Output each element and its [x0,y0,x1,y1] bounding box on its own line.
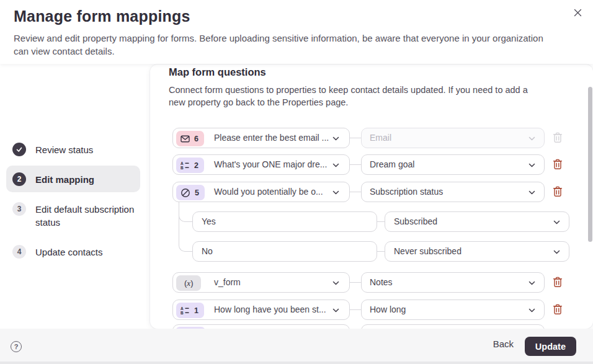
chevron-down-icon [528,308,535,313]
step-number-circle: 4 [12,245,26,259]
delete-row-button[interactable] [552,304,563,316]
step-number-circle: 2 [12,172,26,186]
connector-line [377,251,385,252]
answer-mapping-row-yes: Yes Subscribed [150,211,593,232]
modal-footer: ? Back Update [0,329,593,362]
status-dropdown[interactable]: Never subscribed [385,241,569,262]
update-button[interactable]: Update [525,337,576,356]
property-label: How long [370,304,406,314]
sidebar-step-update-contacts[interactable]: 4 Update contacts [12,245,142,259]
sidebar-step-review-status[interactable]: Review status [12,143,142,156]
question-label: Would you potentially be o... [214,187,323,197]
list-icon: A B [181,306,190,315]
modal-title: Manage form mappings [14,7,190,25]
connector-line [350,192,361,192]
chevron-down-icon [528,281,535,285]
step-number: 2 [17,175,22,184]
step-number-circle: 3 [12,202,26,216]
answer-value-box[interactable]: Yes [192,211,377,232]
close-icon [573,8,582,17]
question-type-badge: (x) [176,275,201,291]
step-complete-circle [12,143,26,156]
help-button[interactable]: ? [11,341,22,352]
list-icon: A B [181,161,190,170]
chevron-down-icon [332,190,339,195]
answer-mapping-row-no: No Never subscribed [150,241,593,262]
svg-text:B: B [181,311,184,315]
mapping-row-partial [150,324,593,329]
answer-label: No [202,246,213,256]
connector-line [350,138,361,138]
chevron-down-icon [553,250,560,254]
step-label: Edit mapping [35,172,142,186]
connector-line [350,309,361,310]
step-number: 3 [17,205,22,213]
status-label: Subscribed [394,216,437,226]
badge-count: 1 [194,306,198,315]
question-dropdown[interactable]: (x) v_form [172,272,350,293]
property-dropdown[interactable]: Dream goal [361,154,545,175]
mapping-row-how-long: A B 1 How long have you been st... How l… [150,300,593,320]
question-label: Please enter the best email ... [214,133,329,143]
panel-description: Connect form questions to properties to … [169,84,545,109]
property-dropdown[interactable]: Notes [361,272,545,293]
question-type-badge: 5 [176,185,205,200]
sidebar-step-edit-default-subscription[interactable]: 3 Edit default subscription status [12,202,142,229]
delete-row-button[interactable] [552,132,563,144]
sidebar-step-edit-mapping[interactable]: 2 Edit mapping [12,172,142,186]
envelope-icon [181,135,190,143]
trash-icon [553,304,563,315]
vertical-scrollbar[interactable] [588,87,592,242]
delete-row-button[interactable] [552,277,563,289]
blocked-icon [181,188,190,198]
delete-row-button[interactable] [552,186,563,198]
question-dropdown[interactable]: A B 1 How long have you been st... [172,300,350,320]
step-number: 4 [17,247,22,256]
modal-description: Review and edit property mapping for for… [14,32,552,58]
connector-line [377,221,385,222]
question-dropdown[interactable]: 5 Would you potentially be o... [172,182,350,202]
property-dropdown[interactable]: Email [361,128,545,148]
mapping-row-subscription-status: 5 Would you potentially be o... Subscrip… [150,182,593,202]
question-dropdown[interactable]: A B 2 What's your ONE major dre... [172,154,350,175]
chevron-down-icon [332,281,339,285]
chevron-down-icon [332,136,339,141]
mapping-row-dream-goal: A B 2 What's your ONE major dre... Dream… [150,154,593,175]
mapping-row-email: 6 Please enter the best email ... Email [150,128,593,148]
step-label: Review status [35,143,142,156]
property-dropdown[interactable] [361,324,545,329]
property-label: Subscription status [370,187,443,197]
status-label: Never subscribed [394,246,461,256]
close-button[interactable] [571,7,584,20]
panel-heading: Map form questions [169,66,266,78]
chevron-down-icon [332,308,339,313]
question-label: v_form [214,277,241,287]
delete-row-button[interactable] [552,159,563,171]
property-label: Email [370,133,391,143]
badge-count: 2 [194,161,198,170]
trash-icon [553,277,563,288]
question-type-badge: 6 [176,131,204,146]
svg-text:B: B [181,166,184,170]
trash-icon [553,132,563,143]
trash-icon [553,186,563,197]
answer-value-box[interactable]: No [192,241,377,262]
chevron-down-icon [332,163,339,167]
property-dropdown[interactable]: Subscription status [361,182,545,202]
mapping-row-v-form: (x) v_form Notes [150,272,593,293]
map-form-questions-panel: Map form questions Connect form question… [150,64,593,329]
question-label: How long have you been st... [214,304,326,314]
manage-form-mappings-modal: Manage form mappings Review and edit pro… [0,0,593,364]
window-bottom-edge [0,362,593,364]
status-dropdown[interactable]: Subscribed [385,211,569,232]
badge-count: 5 [195,189,199,197]
step-label: Update contacts [35,245,142,259]
svg-text:A: A [181,306,184,311]
chevron-down-icon [528,190,535,195]
question-dropdown[interactable]: 6 Please enter the best email ... [172,128,350,148]
chevron-down-icon [528,136,535,141]
question-type-badge: A B 1 [176,303,204,318]
property-dropdown[interactable]: How long [361,300,545,320]
property-label: Notes [370,277,393,287]
back-button[interactable]: Back [493,339,514,349]
